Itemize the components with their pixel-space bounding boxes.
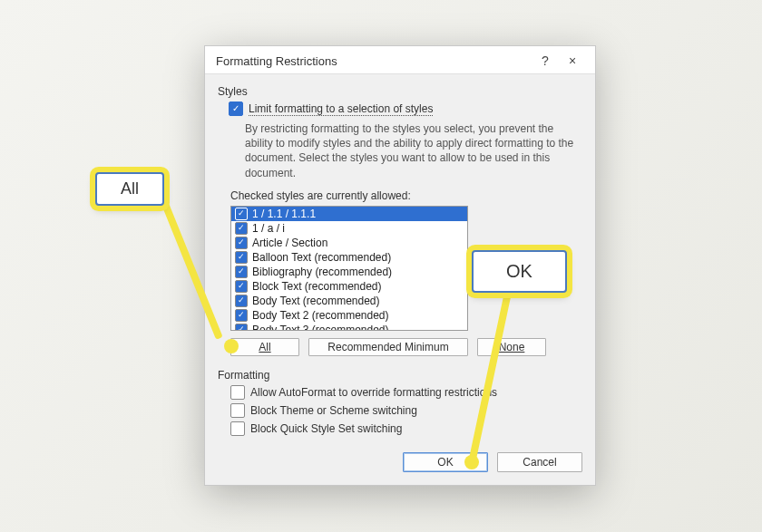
list-item-label: 1 / a / i xyxy=(252,222,285,235)
leader-dot-all xyxy=(224,339,239,353)
style-buttons-row: All Recommended Minimum None xyxy=(230,338,582,356)
list-item-label: Block Text (recommended) xyxy=(252,280,382,293)
list-item[interactable]: Article / Section xyxy=(231,236,467,250)
close-button[interactable]: × xyxy=(559,53,586,68)
list-item-checkbox[interactable] xyxy=(235,295,248,307)
list-item[interactable]: Block Text (recommended) xyxy=(231,279,467,294)
formatting-option-row: Block Quick Style Set switching xyxy=(230,421,582,436)
list-item[interactable]: Body Text 3 (recommended) xyxy=(231,323,467,331)
list-item-checkbox[interactable] xyxy=(235,324,248,331)
help-button[interactable]: ? xyxy=(532,53,559,68)
titlebar: Formatting Restrictions ? × xyxy=(205,46,595,74)
list-item[interactable]: Body Text (recommended) xyxy=(231,294,467,308)
callout-ok-text: OK xyxy=(506,261,532,281)
callout-all-text: All xyxy=(121,179,139,198)
leader-dot-ok xyxy=(464,455,479,469)
callout-ok: OK xyxy=(472,250,567,293)
cancel-button[interactable]: Cancel xyxy=(497,452,582,472)
list-item-label: Article / Section xyxy=(252,237,327,249)
list-item-checkbox[interactable] xyxy=(235,280,248,293)
formatting-option-row: Allow AutoFormat to override formatting … xyxy=(230,385,582,400)
all-button[interactable]: All xyxy=(230,338,299,356)
formatting-option-label[interactable]: Block Quick Style Set switching xyxy=(250,422,402,435)
callout-all: All xyxy=(95,172,164,206)
allowed-styles-label: Checked styles are currently allowed: xyxy=(230,189,582,202)
formatting-section-label: Formatting xyxy=(218,369,582,382)
formatting-option-label[interactable]: Allow AutoFormat to override formatting … xyxy=(250,386,497,399)
list-item-label: Body Text (recommended) xyxy=(252,295,380,307)
list-item-label: Balloon Text (recommended) xyxy=(252,251,391,264)
list-item-checkbox[interactable] xyxy=(235,237,248,249)
list-item-checkbox[interactable] xyxy=(235,266,248,278)
formatting-option-checkbox[interactable] xyxy=(230,385,245,400)
list-item-checkbox[interactable] xyxy=(235,208,248,220)
list-item[interactable]: Bibliography (recommended) xyxy=(231,265,467,279)
list-item-label: Body Text 2 (recommended) xyxy=(252,309,389,322)
list-item-checkbox[interactable] xyxy=(235,222,248,235)
formatting-option-checkbox[interactable] xyxy=(230,421,245,436)
recommended-minimum-button[interactable]: Recommended Minimum xyxy=(308,338,468,356)
list-item[interactable]: 1 / a / i xyxy=(231,221,467,236)
list-item-label: 1 / 1.1 / 1.1.1 xyxy=(252,208,316,220)
limit-formatting-checkbox[interactable] xyxy=(229,102,243,116)
list-item-checkbox[interactable] xyxy=(235,251,248,264)
formatting-section: Formatting Allow AutoFormat to override … xyxy=(218,369,582,436)
formatting-option-row: Block Theme or Scheme switching xyxy=(230,403,582,418)
limit-formatting-row: Limit formatting to a selection of style… xyxy=(229,102,582,116)
list-item-checkbox[interactable] xyxy=(235,309,248,322)
dialog-footer: OK Cancel xyxy=(218,452,582,472)
formatting-option-label[interactable]: Block Theme or Scheme switching xyxy=(250,404,417,417)
restriction-description: By restricting formatting to the styles … xyxy=(245,121,582,180)
styles-listbox[interactable]: 1 / 1.1 / 1.1.11 / a / iArticle / Sectio… xyxy=(230,206,468,331)
formatting-option-checkbox[interactable] xyxy=(230,403,245,418)
list-item[interactable]: Balloon Text (recommended) xyxy=(231,250,467,265)
styles-section-label: Styles xyxy=(218,85,582,98)
list-item[interactable]: Body Text 2 (recommended) xyxy=(231,308,467,323)
list-item-label: Bibliography (recommended) xyxy=(252,266,392,278)
list-item-label: Body Text 3 (recommended) xyxy=(252,324,389,331)
none-button[interactable]: None xyxy=(477,338,546,356)
dialog-title: Formatting Restrictions xyxy=(216,54,532,68)
list-item[interactable]: 1 / 1.1 / 1.1.1 xyxy=(231,207,467,221)
limit-formatting-label[interactable]: Limit formatting to a selection of style… xyxy=(249,102,433,116)
